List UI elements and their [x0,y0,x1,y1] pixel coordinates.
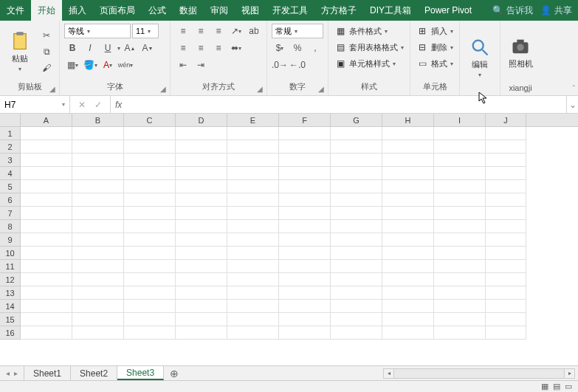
cell[interactable] [72,247,124,260]
menu-tab-powerpivot[interactable]: Power Pivot [418,0,478,21]
col-header[interactable]: F [279,114,331,126]
cell[interactable] [176,326,227,340]
cell[interactable] [176,193,227,207]
bold-button[interactable]: B [64,41,80,55]
cell[interactable] [279,273,331,286]
accounting-button[interactable]: $▾ [272,41,288,55]
paste-button[interactable]: 粘贴 ▾ [4,24,35,80]
col-header[interactable]: A [21,114,72,126]
cell[interactable] [331,247,382,260]
cell[interactable] [434,180,486,193]
edit-button[interactable]: 编辑 ▾ [464,24,495,91]
cell[interactable] [486,286,526,300]
menu-tab-ffgz[interactable]: 方方格子 [314,0,363,21]
cell[interactable] [72,233,124,247]
cell[interactable] [124,233,176,247]
cell[interactable] [331,140,382,154]
cell[interactable] [72,286,124,300]
format-painter-button[interactable]: 🖌 [38,61,55,75]
cell[interactable] [72,273,124,286]
cell[interactable] [176,260,227,273]
cell[interactable] [279,313,331,326]
normal-view-button[interactable]: ▦ [541,382,548,391]
cell[interactable] [176,180,227,193]
clipboard-launcher[interactable]: ◢ [48,84,57,93]
col-header[interactable]: H [382,114,434,126]
cell[interactable] [434,140,486,154]
col-header[interactable]: B [72,114,124,126]
cell[interactable] [227,140,279,154]
cell[interactable] [176,300,227,313]
cell[interactable] [227,207,279,220]
col-header[interactable]: C [124,114,176,126]
cell[interactable] [176,154,227,167]
collapse-ribbon-button[interactable]: ⌃ [571,84,577,91]
cell[interactable] [331,286,382,300]
cell[interactable] [176,286,227,300]
row-header[interactable]: 9 [0,233,21,247]
cell-styles-button[interactable]: ▣ 单元格样式 ▾ [333,56,405,71]
cut-button[interactable]: ✂ [38,28,55,43]
format-cells-button[interactable]: ▭ 格式 ▾ [415,56,455,71]
cell[interactable] [176,220,227,233]
cell[interactable] [279,193,331,207]
cell[interactable] [176,313,227,326]
cell[interactable] [227,220,279,233]
cell[interactable] [486,180,526,193]
cell[interactable] [486,140,526,154]
cell[interactable] [21,300,72,313]
cell[interactable] [21,207,72,220]
col-header[interactable]: E [227,114,279,126]
cell[interactable] [124,313,176,326]
cell[interactable] [124,273,176,286]
cell[interactable] [21,167,72,180]
cell[interactable] [279,154,331,167]
cell[interactable] [227,247,279,260]
cell[interactable] [279,207,331,220]
cell[interactable] [227,180,279,193]
cell[interactable] [21,127,72,140]
format-as-table-button[interactable]: ▤ 套用表格格式 ▾ [333,40,405,55]
cell[interactable] [124,326,176,340]
cell[interactable] [434,247,486,260]
col-header[interactable]: I [434,114,486,126]
cell[interactable] [124,167,176,180]
cancel-entry-button[interactable]: ✕ [76,100,88,110]
font-color-button[interactable]: A▾ [100,58,116,72]
cell[interactable] [331,193,382,207]
cell[interactable] [124,207,176,220]
cell[interactable] [124,300,176,313]
cell[interactable] [486,233,526,247]
underline-button[interactable]: U [100,41,116,55]
col-header[interactable]: G [331,114,382,126]
cell[interactable] [382,326,434,340]
increase-decimal-button[interactable]: .0→ [272,58,288,72]
copy-button[interactable]: ⧉ [38,44,55,59]
cell[interactable] [21,260,72,273]
cell[interactable] [176,233,227,247]
cell[interactable] [176,247,227,260]
font-name-combo[interactable]: 等线▾ [64,24,131,38]
number-launcher[interactable]: ◢ [317,84,326,93]
cell[interactable] [72,180,124,193]
align-top-button[interactable]: ≡ [175,24,191,38]
cell[interactable] [486,313,526,326]
wrap-text-button[interactable]: ab [246,24,262,38]
cell[interactable] [434,313,486,326]
row-header[interactable]: 13 [0,286,21,300]
cell[interactable] [21,193,72,207]
cell[interactable] [176,273,227,286]
cell[interactable] [434,207,486,220]
cell[interactable] [227,167,279,180]
cell[interactable] [382,260,434,273]
col-header[interactable]: J [486,114,526,126]
sheet-tab[interactable]: Sheet3 [117,366,164,380]
cell[interactable] [279,180,331,193]
tab-first-button[interactable]: ◂ [6,369,10,377]
cell[interactable] [331,167,382,180]
cell[interactable] [124,180,176,193]
cell[interactable] [486,260,526,273]
scroll-right-button[interactable]: ▸ [564,369,574,378]
cell[interactable] [382,207,434,220]
cell[interactable] [21,273,72,286]
